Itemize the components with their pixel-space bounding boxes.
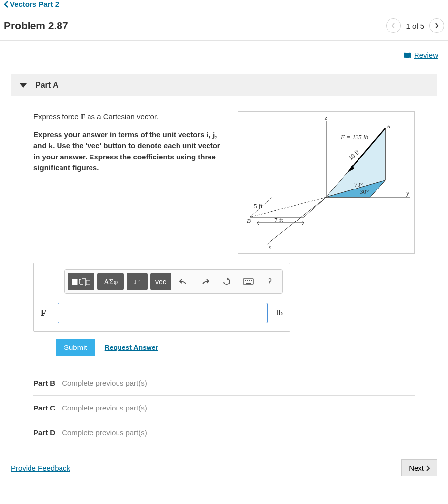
part-b-row: Part B Complete previous part(s) [33,371,415,396]
symbols-button[interactable]: ΑΣφ [97,273,124,290]
request-answer-link[interactable]: Request Answer [105,344,158,351]
svg-text:z: z [324,114,327,121]
page-title: Problem 2.87 [4,20,68,32]
svg-rect-29 [245,280,246,281]
page-count: 1 of 5 [406,22,424,30]
prev-problem-button [386,18,401,33]
keyboard-icon [243,278,254,285]
provide-feedback-link[interactable]: Provide Feedback [11,464,70,472]
part-a-label: Part A [35,81,59,90]
svg-rect-33 [246,283,251,284]
part-d-row: Part D Complete previous part(s) [33,420,415,444]
help-button[interactable]: ? [261,273,279,290]
part-c-label: Part C [33,404,55,412]
svg-rect-30 [247,280,248,281]
next-problem-button[interactable] [429,18,444,33]
svg-rect-32 [251,280,252,281]
vec-button[interactable]: vec [150,273,171,290]
part-d-msg: Complete previous part(s) [62,428,147,437]
equation-lhs: F = [41,308,54,318]
undo-icon [179,278,188,285]
redo-icon [201,278,209,285]
chevron-left-icon [4,1,9,8]
svg-text:B: B [247,217,251,224]
templates-button[interactable] [68,273,94,290]
collapse-icon [20,83,27,88]
answer-input[interactable] [58,303,268,323]
subsup-button[interactable]: ↓↑ [127,273,148,290]
equation-toolbar: ΑΣφ ↓↑ vec ? [64,269,283,294]
svg-text:30°: 30° [360,188,369,195]
chevron-right-icon [426,465,430,471]
part-b-msg: Complete previous part(s) [62,379,147,387]
part-a-header[interactable]: Part A [11,74,437,96]
review-link[interactable]: Review [403,51,438,59]
submit-button[interactable]: Submit [56,339,95,356]
review-label: Review [414,51,438,59]
svg-rect-28 [243,279,253,284]
svg-text:y: y [405,189,409,197]
svg-text:F = 135 lb: F = 135 lb [340,133,369,141]
next-button[interactable]: Next [401,459,437,476]
part-b-label: Part B [33,379,55,387]
svg-rect-26 [86,280,90,285]
svg-text:A: A [386,123,390,130]
svg-rect-31 [249,280,250,281]
svg-text:x: x [268,243,271,251]
question-text: Express force F as a Cartesian vector. E… [33,111,228,254]
part-d-label: Part D [33,428,55,437]
svg-text:70°: 70° [354,181,363,188]
breadcrumb-back[interactable]: Vectors Part 2 [4,0,444,8]
svg-rect-25 [72,279,77,285]
problem-figure: z y x A F = 135 l [238,111,415,254]
breadcrumb-label: Vectors Part 2 [10,0,59,8]
unit-label: lb [276,308,283,318]
chevron-left-icon [391,22,396,29]
keyboard-button[interactable] [239,273,258,290]
undo-button[interactable] [174,273,193,290]
svg-text:5 ft: 5 ft [254,202,263,210]
redo-button[interactable] [196,273,214,290]
chevron-right-icon [434,22,439,29]
part-c-msg: Complete previous part(s) [62,404,147,412]
next-label: Next [409,464,424,472]
book-icon [403,52,411,58]
part-c-row: Part C Complete previous part(s) [33,396,415,420]
template-icon [71,276,91,287]
svg-text:7 ft: 7 ft [274,216,283,223]
reset-button[interactable] [217,273,236,290]
reset-icon [222,277,231,286]
answer-box: ΑΣφ ↓↑ vec ? F = lb [33,263,290,332]
